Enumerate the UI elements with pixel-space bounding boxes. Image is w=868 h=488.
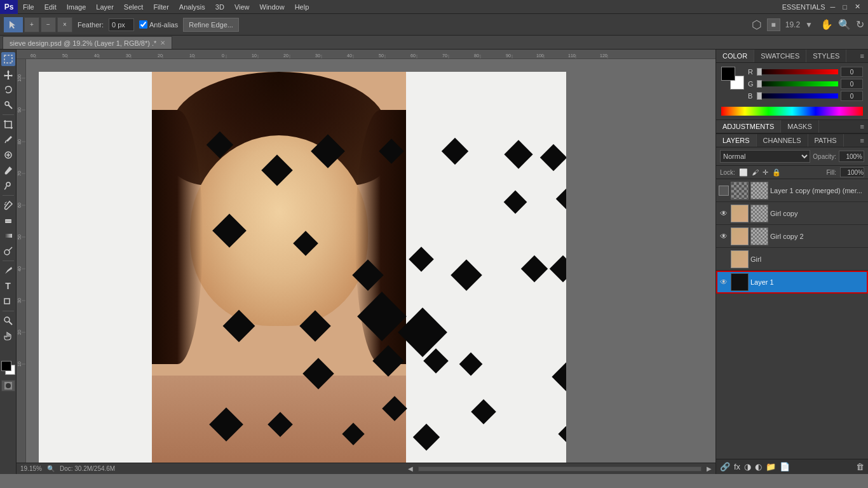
opacity-input[interactable] — [839, 151, 864, 162]
feather-input[interactable] — [109, 18, 134, 31]
svg-text:40: 40 — [17, 266, 22, 271]
tool-stamp[interactable] — [1, 179, 15, 193]
b-slider[interactable] — [757, 93, 838, 98]
tool-eyedropper[interactable] — [1, 133, 15, 147]
tool-text[interactable]: T — [1, 279, 15, 293]
hand-tool-icon[interactable]: ✋ — [820, 18, 833, 30]
layer-link-btn[interactable]: 🔗 — [720, 462, 730, 471]
tool-dodge[interactable] — [1, 244, 15, 258]
tool-pen[interactable] — [1, 264, 15, 278]
tool-gradient[interactable] — [1, 229, 15, 243]
svg-text:100: 100 — [536, 53, 544, 58]
menu-edit[interactable]: Edit — [39, 0, 62, 13]
tool-marquee[interactable] — [1, 52, 15, 66]
layer-fx-btn[interactable]: fx — [734, 462, 740, 471]
menu-file[interactable]: File — [18, 0, 39, 13]
svg-text:0: 0 — [222, 53, 224, 58]
fill-input[interactable] — [840, 167, 864, 177]
document-tab[interactable]: sieve design.psd @ 19.2% (Layer 1, RGB/8… — [3, 36, 172, 49]
minimize-btn[interactable]: ─ — [828, 3, 838, 11]
blend-mode-select[interactable]: Normal Multiply Screen — [720, 150, 810, 163]
menu-3d[interactable]: 3D — [210, 0, 229, 13]
layer-item-girl-copy-2[interactable]: 👁 Girl copy 2 — [716, 225, 868, 248]
canvas[interactable] — [39, 72, 566, 463]
canvas-navigator-btn[interactable]: 🔍 — [47, 465, 55, 472]
g-thumb[interactable] — [757, 80, 762, 88]
tool-hand[interactable] — [1, 329, 15, 343]
tool-lasso[interactable] — [1, 83, 15, 97]
lock-position-icon[interactable]: ✛ — [763, 168, 768, 177]
lock-image-icon[interactable]: 🖌 — [752, 168, 759, 176]
tab-layers[interactable]: LAYERS — [716, 134, 757, 147]
subtract-selection-btn[interactable]: − — [41, 17, 56, 32]
maximize-btn[interactable]: □ — [840, 3, 850, 11]
tab-close-btn[interactable]: ✕ — [160, 39, 165, 46]
quick-mask-btn[interactable] — [1, 380, 15, 391]
close-btn[interactable]: ✕ — [852, 3, 863, 11]
color-panel-options-icon[interactable]: ≡ — [857, 50, 868, 62]
tab-styles[interactable]: STYLES — [806, 50, 846, 62]
menu-view[interactable]: View — [229, 0, 255, 13]
tool-move[interactable] — [1, 67, 15, 81]
menu-image[interactable]: Image — [62, 0, 92, 13]
layers-options-icon[interactable]: ≡ — [857, 134, 868, 147]
lock-all-icon[interactable]: 🔒 — [772, 168, 781, 177]
layer-item-girl-copy[interactable]: 👁 Girl copy — [716, 202, 868, 225]
tab-masks[interactable]: MASKS — [781, 120, 819, 133]
b-thumb[interactable] — [757, 92, 762, 100]
tool-magic-wand[interactable] — [1, 98, 15, 112]
layer-group-btn[interactable]: 📁 — [766, 462, 776, 471]
menu-select[interactable]: Select — [119, 0, 149, 13]
selection-tool-btn[interactable] — [4, 17, 23, 32]
layer-eye-girl-copy-2[interactable]: 👁 — [719, 231, 729, 241]
menu-layer[interactable]: Layer — [91, 0, 119, 13]
fg-color-swatch[interactable] — [1, 361, 11, 371]
scroll-left-btn[interactable]: ◀ — [408, 465, 413, 472]
menu-analysis[interactable]: Analysis — [174, 0, 210, 13]
layer-new-btn[interactable]: 📄 — [780, 462, 790, 471]
layer-eye-girl-copy[interactable]: 👁 — [719, 208, 729, 219]
layer-item-girl[interactable]: Girl — [716, 248, 868, 271]
tool-zoom[interactable] — [1, 314, 15, 328]
color-spectrum[interactable] — [721, 107, 863, 116]
bridge-icon[interactable]: ⬡ — [752, 18, 762, 32]
screen-mode-btn[interactable]: ■ — [767, 18, 780, 31]
tool-eraser[interactable] — [1, 214, 15, 227]
lock-transparent-icon[interactable]: ⬜ — [739, 168, 748, 177]
rotate-icon[interactable]: ↻ — [856, 18, 864, 30]
layer-item-layer1[interactable]: 👁 Layer 1 — [716, 271, 868, 294]
intersect-selection-btn[interactable]: × — [57, 17, 72, 32]
zoom-tool-icon[interactable]: 🔍 — [838, 18, 851, 30]
layer-delete-btn[interactable]: 🗑 — [856, 462, 864, 471]
menu-help[interactable]: Help — [290, 0, 315, 13]
tool-brush[interactable] — [1, 163, 15, 177]
g-slider[interactable] — [757, 81, 838, 86]
antialias-checkbox[interactable] — [139, 20, 147, 29]
tab-channels[interactable]: CHANNELS — [757, 134, 808, 147]
add-selection-btn[interactable]: + — [24, 17, 39, 32]
tab-adjustments[interactable]: ADJUSTMENTS — [716, 120, 781, 133]
tab-paths[interactable]: PATHS — [808, 134, 844, 147]
menu-filter[interactable]: Filter — [148, 0, 173, 13]
layer-item-merged[interactable]: Layer 1 copy (merged) (mer... — [716, 179, 868, 202]
layer-mask-btn[interactable]: ◑ — [744, 462, 751, 471]
tool-heal[interactable] — [1, 148, 15, 162]
menu-window[interactable]: Window — [255, 0, 290, 13]
g-input[interactable] — [841, 79, 863, 89]
tab-swatches[interactable]: SWATCHES — [754, 50, 806, 62]
b-input[interactable] — [841, 91, 863, 101]
tool-shape[interactable] — [1, 294, 15, 308]
r-thumb[interactable] — [757, 68, 762, 76]
scroll-right-btn[interactable]: ▶ — [707, 465, 712, 472]
fg-color-box[interactable] — [721, 67, 735, 81]
tool-history-brush[interactable] — [1, 198, 15, 212]
r-input[interactable] — [841, 67, 863, 77]
layer-eye-layer1[interactable]: 👁 — [719, 277, 729, 287]
refine-edge-button[interactable]: Refine Edge... — [183, 18, 239, 32]
tool-crop[interactable] — [1, 118, 15, 132]
scroll-track-h[interactable] — [418, 466, 702, 471]
layer-adj-btn[interactable]: ◐ — [755, 462, 762, 471]
r-slider[interactable] — [757, 69, 838, 74]
adj-panel-options-icon[interactable]: ≡ — [857, 120, 868, 133]
tab-color[interactable]: COLOR — [716, 50, 754, 62]
